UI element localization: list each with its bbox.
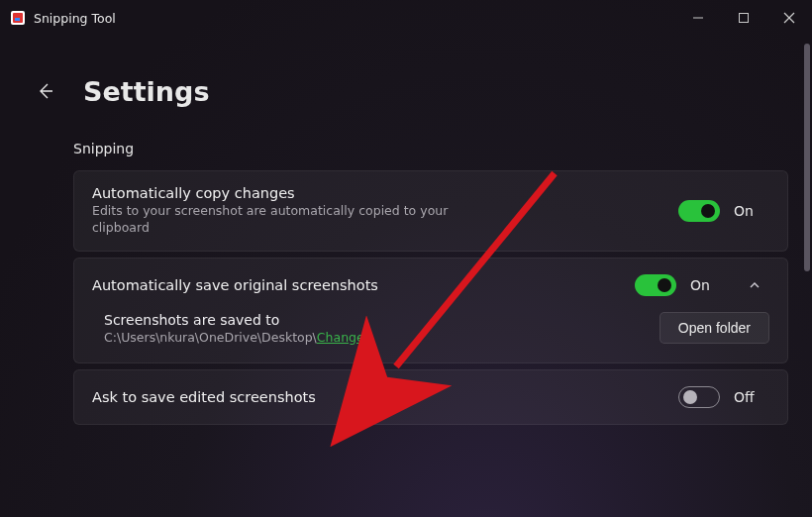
setting-asksave: Ask to save edited screenshots Off [73,369,788,425]
svg-rect-4 [740,14,749,23]
chevron-up-icon[interactable] [740,278,769,292]
setting-autocopy-toggle-label: On [734,203,769,219]
maximize-button[interactable] [721,0,766,36]
save-location-title: Screenshots are saved to [104,312,644,328]
close-button[interactable] [766,0,812,36]
scrollbar[interactable] [804,44,810,271]
open-folder-button[interactable]: Open folder [660,312,769,344]
back-button[interactable] [26,71,65,111]
minimize-button[interactable] [675,0,721,36]
titlebar: Snipping Tool [0,0,812,36]
section-label: Snipping [26,135,788,170]
setting-autocopy-toggle[interactable] [678,200,720,222]
snipping-tool-icon [10,10,26,26]
setting-autosave-toggle[interactable] [635,274,676,296]
setting-autocopy-title: Automatically copy changes [92,185,664,201]
app-title: Snipping Tool [34,11,116,26]
setting-autosave-toggle-label: On [690,277,726,293]
page-title: Settings [83,76,209,107]
setting-autocopy-subtitle: Edits to your screenshot are automatical… [92,203,508,237]
svg-rect-2 [15,18,20,21]
setting-asksave-toggle-label: Off [734,389,769,405]
setting-asksave-title: Ask to save edited screenshots [92,389,664,405]
setting-autocopy: Automatically copy changes Edits to your… [73,170,788,252]
setting-asksave-toggle[interactable] [678,386,720,408]
setting-autosave: Automatically save original screenshots … [73,258,788,363]
save-location-path: C:\Users\nkura\OneDrive\Desktop\ [104,330,317,345]
setting-autosave-header[interactable]: Automatically save original screenshots … [74,258,787,312]
change-location-link[interactable]: Change [317,330,364,345]
setting-autosave-title: Automatically save original screenshots [92,277,621,293]
window-controls [675,0,812,36]
setting-autosave-subpanel: Screenshots are saved to C:\Users\nkura\… [74,312,787,362]
